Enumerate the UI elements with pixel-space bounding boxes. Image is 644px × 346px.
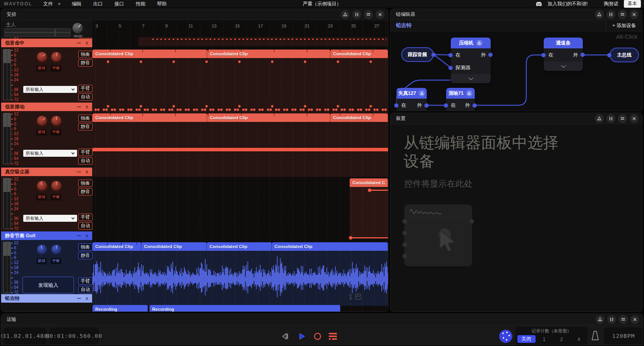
pan-knob[interactable] [51, 52, 62, 62]
arm-button[interactable]: 手臂 [78, 85, 93, 92]
partial-clip[interactable] [138, 37, 388, 46]
mute-button[interactable]: 静音 [78, 123, 93, 130]
input-port[interactable] [448, 53, 453, 57]
close-track-icon[interactable]: x [86, 170, 88, 174]
add-device-button[interactable]: + 添加设备 [606, 20, 642, 31]
clip[interactable]: Consolidated Clip [93, 50, 207, 58]
record-count-option[interactable]: 2 [553, 336, 570, 342]
automation-button[interactable]: 自动 [78, 286, 93, 293]
chain-node-compressor[interactable]: 压缩机 在外 探测器 [451, 38, 491, 83]
close-icon[interactable] [630, 114, 639, 123]
track-header[interactable]: 静音节奏 Guit x [1, 231, 92, 240]
chain-node-distortion[interactable]: 失真127 在外 [397, 88, 427, 111]
track-lane[interactable] [93, 251, 388, 306]
output-port[interactable] [488, 53, 493, 57]
clip[interactable]: Consolidated Clip [207, 242, 272, 251]
track-header[interactable]: 低音命中 x [1, 39, 92, 47]
time-display-bars[interactable]: 031.02.01.4800 [3, 327, 47, 344]
minimize-icon[interactable] [364, 10, 373, 19]
output-port[interactable] [580, 53, 585, 57]
clip[interactable]: Consolidated Clip [272, 242, 388, 251]
menu-item[interactable]: 编辑 [72, 1, 82, 7]
track-header[interactable]: 低音摆动 x [1, 103, 92, 111]
master-gain-knob[interactable] [72, 23, 83, 33]
detector-port[interactable] [448, 66, 453, 70]
close-track-icon[interactable]: x [86, 296, 88, 300]
popout-icon[interactable] [596, 315, 605, 324]
menu-item[interactable]: 性能 [136, 1, 146, 7]
collapse-icon[interactable] [606, 114, 615, 123]
input-port[interactable] [444, 103, 448, 108]
arm-button[interactable]: 手臂 [78, 214, 93, 221]
record-count-option[interactable]: 4 [570, 336, 587, 342]
pan-knob[interactable] [51, 116, 62, 126]
timeline[interactable]: 3579111315171921232527 Consolidated Clip… [93, 20, 388, 312]
close-track-icon[interactable]: x [86, 41, 88, 45]
expand-node-button[interactable] [451, 74, 491, 83]
close-track-icon[interactable]: x [86, 234, 88, 238]
clip[interactable]: Recording [93, 305, 148, 312]
gain-knob[interactable] [37, 245, 47, 255]
clip[interactable]: Consolidated Clip [330, 50, 388, 58]
pan-knob[interactable] [51, 245, 62, 255]
chain-node-track-audio[interactable]: 跟踪音频 [401, 47, 434, 62]
arm-button[interactable]: 手臂 [78, 149, 93, 156]
popout-icon[interactable] [341, 10, 350, 19]
output-port[interactable] [424, 103, 429, 108]
input-port[interactable] [541, 53, 546, 57]
clip[interactable]: Consolidated Clip [141, 242, 207, 251]
record-count-option[interactable]: 1 [536, 336, 553, 342]
popout-icon[interactable] [595, 114, 604, 123]
track-lane[interactable] [93, 58, 388, 113]
clip[interactable]: Consolidated Clip [330, 113, 388, 122]
menu-item[interactable]: 接口 [115, 1, 124, 7]
close-icon[interactable] [630, 10, 639, 19]
chain-node-channel-strip[interactable]: 通道条 在外 [544, 38, 583, 71]
input-port[interactable] [394, 103, 398, 108]
username[interactable]: 陶努诺 [604, 1, 619, 7]
gain-knob[interactable] [37, 52, 47, 62]
clip[interactable]: Recording [149, 305, 340, 312]
solo-button[interactable]: 独奏 [78, 180, 93, 187]
mode-button[interactable]: 基本 [624, 0, 641, 8]
menu-item[interactable]: 出口 [93, 1, 103, 7]
minimize-icon[interactable] [619, 315, 628, 324]
minimize-track-icon[interactable] [77, 43, 81, 44]
record-takes-button[interactable] [328, 331, 338, 341]
time-display-clock[interactable]: 00:01:00.560.00 [49, 327, 99, 344]
bpm-display[interactable]: 120BPM [604, 327, 643, 344]
minimize-track-icon[interactable] [77, 171, 81, 173]
clip[interactable]: Consolidated Clip [207, 113, 330, 122]
recycle-icon[interactable] [476, 40, 483, 46]
chain-node-main-bus[interactable]: 主总线 [610, 48, 639, 62]
gain-knob[interactable] [37, 181, 47, 191]
collapse-icon[interactable] [606, 10, 615, 19]
minimize-icon[interactable] [618, 114, 627, 123]
output-port[interactable] [472, 103, 477, 108]
chain-canvas[interactable]: Alt-Click 跟踪音频 压缩机 在外 探测器 通道条 [390, 31, 642, 111]
mute-button[interactable]: 静音 [78, 59, 93, 67]
automation-button[interactable]: 自动 [78, 93, 93, 101]
minimize-track-icon[interactable] [77, 298, 81, 299]
automation-button[interactable]: 自动 [78, 157, 93, 164]
minimize-icon[interactable] [618, 10, 627, 19]
popout-icon[interactable] [595, 10, 604, 19]
clip[interactable]: Consolidated Clip [207, 50, 330, 58]
randomize-button[interactable] [499, 330, 512, 343]
mute-button[interactable]: 静音 [78, 252, 93, 259]
input-select[interactable]: 所有输入 [23, 215, 77, 222]
gain-knob[interactable] [37, 116, 47, 126]
skip-to-start-button[interactable] [280, 331, 290, 341]
arm-button[interactable]: 手臂 [78, 277, 93, 285]
solo-button[interactable]: 独奏 [78, 51, 93, 58]
automation-button[interactable]: 自动 [78, 222, 93, 230]
track-header[interactable]: 铅吉特 x [1, 294, 92, 303]
play-button[interactable] [297, 331, 307, 341]
clip-body[interactable] [350, 187, 388, 238]
close-track-icon[interactable]: x [86, 105, 88, 109]
metronome-icon[interactable] [590, 330, 600, 342]
collapse-icon[interactable] [607, 315, 616, 324]
solo-button[interactable]: 独奏 [78, 115, 93, 122]
menu-item[interactable]: 帮助 [157, 1, 167, 7]
track-lane[interactable] [93, 187, 388, 242]
